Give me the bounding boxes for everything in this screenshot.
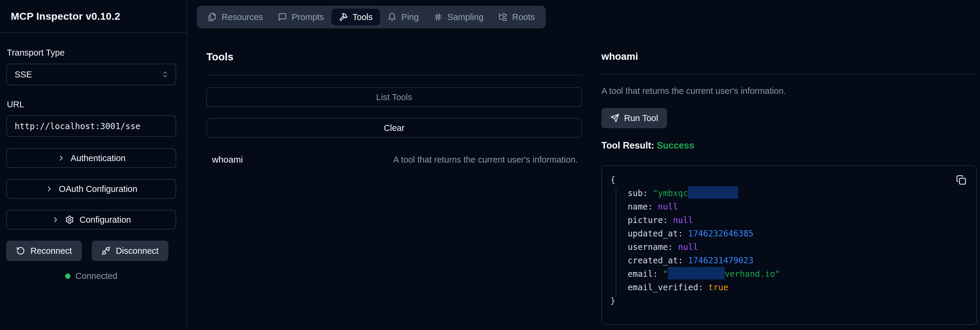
- json-key: name:: [628, 202, 653, 212]
- url-value: http://localhost:3001/sse: [14, 121, 140, 131]
- json-line-created-at: created_at: 1746231479023: [610, 254, 977, 267]
- json-line-email-verified: email_verified: true: [610, 281, 977, 294]
- tab-label: Prompts: [292, 12, 324, 22]
- json-line-updated-at: updated_at: 1746232646385: [610, 227, 977, 240]
- send-icon: [610, 113, 619, 123]
- tool-list-item-whoami[interactable]: whoami A tool that returns the current u…: [206, 155, 582, 165]
- unplug-icon: [102, 246, 110, 255]
- disconnect-button-label: Disconnect: [116, 246, 159, 256]
- json-key: created_at:: [628, 255, 683, 265]
- authentication-button-label: Authentication: [71, 153, 126, 163]
- app-title: MCP Inspector v0.10.2: [11, 10, 120, 22]
- tab-sampling[interactable]: Sampling: [426, 9, 491, 26]
- json-null-value: null: [678, 242, 698, 252]
- reconnect-button[interactable]: Reconnect: [6, 241, 82, 261]
- hammer-icon: [339, 13, 348, 22]
- configuration-button[interactable]: Configuration: [6, 210, 176, 230]
- json-key: username:: [628, 242, 673, 252]
- tool-result-box: { sub: "ymbxqc name: null picture: null …: [601, 165, 977, 325]
- oauth-configuration-button[interactable]: OAuth Configuration: [6, 179, 176, 199]
- chevron-right-icon: [57, 154, 65, 162]
- tab-tools[interactable]: Tools: [331, 9, 380, 26]
- json-close-brace: }: [610, 294, 977, 308]
- sidebar-header: MCP Inspector v0.10.2: [0, 0, 187, 33]
- url-label: URL: [7, 100, 176, 109]
- reconnect-button-label: Reconnect: [30, 246, 72, 256]
- tool-result-label: Tool Result:: [601, 140, 654, 151]
- tab-prompts[interactable]: Prompts: [270, 9, 331, 26]
- sidebar-body: Transport Type SSE URL http://localhost:…: [0, 33, 187, 281]
- json-line-name: name: null: [610, 200, 977, 214]
- json-key: picture:: [628, 215, 668, 225]
- tab-label: Roots: [512, 12, 535, 22]
- json-key: sub:: [628, 188, 648, 198]
- divider: [601, 74, 977, 75]
- json-key: email_verified:: [628, 282, 703, 292]
- json-string-value: "ymbxqc: [653, 188, 688, 198]
- redaction: [688, 186, 738, 199]
- json-number-value: 1746232646385: [688, 229, 753, 239]
- chevrons-up-down-icon: [161, 70, 169, 78]
- transport-type-label: Transport Type: [7, 48, 176, 58]
- run-tool-button[interactable]: Run Tool: [601, 108, 667, 128]
- gear-icon: [65, 215, 74, 224]
- hash-icon: [434, 13, 442, 22]
- url-input[interactable]: http://localhost:3001/sse: [6, 115, 176, 137]
- tab-bar: Resources Prompts Tools Ping Sampling: [197, 6, 546, 29]
- tool-detail-panel: whoami A tool that returns the current u…: [601, 51, 977, 325]
- transport-type-select[interactable]: SSE: [6, 64, 176, 85]
- connection-status: Connected: [6, 271, 176, 281]
- tab-resources[interactable]: Resources: [200, 9, 270, 26]
- json-line-sub: sub: "ymbxqc: [610, 187, 977, 200]
- tab-label: Sampling: [447, 12, 484, 22]
- json-number-value: 1746231479023: [688, 255, 753, 265]
- authentication-button[interactable]: Authentication: [6, 148, 176, 168]
- mcp-inspector-app: MCP Inspector v0.10.2 Transport Type SSE…: [0, 0, 980, 330]
- json-string-value: ": [663, 269, 668, 279]
- tab-label: Resources: [221, 12, 263, 22]
- bell-icon: [388, 13, 396, 22]
- tab-roots[interactable]: Roots: [491, 9, 542, 26]
- message-square-icon: [278, 13, 287, 22]
- oauth-configuration-button-label: OAuth Configuration: [59, 184, 137, 194]
- json-string-value: verhand.io": [725, 269, 780, 279]
- tool-result-line: Tool Result: Success: [601, 140, 977, 151]
- tab-label: Ping: [401, 12, 418, 22]
- folder-tree-icon: [498, 13, 508, 22]
- json-key: updated_at:: [628, 229, 683, 239]
- sidebar: MCP Inspector v0.10.2 Transport Type SSE…: [0, 0, 187, 330]
- detail-heading: whoami: [601, 51, 977, 62]
- run-tool-button-label: Run Tool: [624, 113, 658, 123]
- json-open-brace: {: [610, 173, 977, 187]
- files-icon: [208, 13, 217, 22]
- rotate-ccw-icon: [16, 246, 25, 255]
- json-null-value: null: [673, 215, 693, 225]
- tools-panel-heading: Tools: [206, 51, 582, 63]
- json-line-username: username: null: [610, 240, 977, 254]
- json-key: email:: [628, 269, 658, 279]
- divider: [206, 75, 582, 75]
- tools-panel: Tools List Tools Clear whoami A tool tha…: [206, 51, 582, 165]
- json-null-value: null: [658, 202, 678, 212]
- configuration-button-label: Configuration: [80, 215, 131, 225]
- transport-type-value: SSE: [14, 70, 32, 80]
- list-tools-button[interactable]: List Tools: [206, 87, 582, 107]
- clear-button[interactable]: Clear: [206, 118, 582, 138]
- tool-description: A tool that returns the current user's i…: [393, 155, 578, 165]
- json-boolean-value: true: [708, 282, 728, 292]
- status-text: Connected: [76, 271, 117, 281]
- redaction: [668, 267, 725, 279]
- indent-guide: [616, 188, 616, 297]
- tool-result-status: Success: [657, 140, 694, 151]
- connection-buttons-row: Reconnect Disconnect: [6, 241, 176, 261]
- tool-name: whoami: [212, 155, 243, 165]
- chevron-right-icon: [51, 215, 60, 224]
- tab-label: Tools: [353, 12, 373, 22]
- json-line-picture: picture: null: [610, 214, 977, 227]
- tab-ping[interactable]: Ping: [380, 9, 426, 26]
- detail-description: A tool that returns the current user's i…: [601, 86, 977, 96]
- result-json: { sub: "ymbxqc name: null picture: null …: [610, 173, 977, 308]
- chevron-right-icon: [45, 185, 53, 193]
- json-line-email: email: "verhand.io": [610, 267, 977, 281]
- disconnect-button[interactable]: Disconnect: [92, 241, 169, 261]
